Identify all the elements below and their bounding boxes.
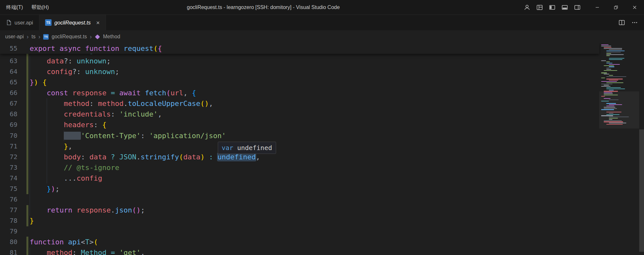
account-icon[interactable] [524, 4, 531, 11]
menu-terminal[interactable]: 终端(T) [2, 0, 27, 15]
toggle-sidebar-left-icon[interactable] [549, 4, 556, 11]
line-number: 75 [0, 184, 17, 194]
minimap-line [606, 52, 621, 52]
breadcrumb-folder[interactable]: user-api [5, 34, 24, 40]
code-token: ? [72, 68, 76, 76]
code-line-80[interactable]: 80function api<T>( [0, 237, 612, 247]
minimap-line [606, 79, 623, 79]
code-line-71[interactable]: 71 }, [0, 141, 612, 152]
code-line-63[interactable]: 63 data?: unknown; [0, 56, 612, 66]
minimap-line [609, 123, 626, 123]
code-token [106, 153, 111, 161]
line-text: }); [30, 184, 60, 194]
line-number: 68 [0, 109, 17, 119]
minimap-line [601, 84, 612, 84]
minimap-line [604, 91, 618, 91]
toggle-panel-icon[interactable] [561, 4, 568, 11]
line-text: ...config [30, 173, 102, 184]
minimize-button[interactable] [588, 0, 607, 15]
toggle-sidebar-right-icon[interactable] [574, 4, 581, 11]
minimap[interactable] [599, 43, 639, 255]
tab-user-api[interactable]: user.api [0, 15, 39, 30]
code-token: { [192, 89, 196, 97]
code-line-77[interactable]: 77 return response.json(); [0, 205, 612, 215]
breadcrumb-symbol[interactable]: Method [103, 34, 120, 40]
tab-label: gocliRequest.ts [54, 20, 91, 26]
code-line-68[interactable]: 68 credentials: 'include', [0, 109, 612, 119]
code-token: = [111, 249, 115, 255]
line-number: 71 [0, 141, 17, 152]
breadcrumb-folder[interactable]: ts [32, 34, 35, 40]
sticky-line-text: export async function request({ [30, 43, 162, 54]
minimap-line [606, 112, 621, 112]
minimap-content [599, 43, 639, 255]
tooltip-keyword: var [222, 143, 233, 152]
minimap-line [606, 114, 620, 115]
breadcrumb-file[interactable]: gocliRequest.ts [52, 34, 87, 40]
tab-bar-spacer [106, 15, 618, 30]
sticky-scroll-line[interactable]: 55 export async function request({ [0, 43, 599, 54]
code-token [30, 110, 64, 118]
minimap-line [609, 64, 620, 65]
code-token [106, 89, 111, 97]
vertical-scrollbar[interactable] [639, 129, 644, 252]
code-token [68, 89, 72, 97]
line-text: }, [30, 141, 72, 152]
tab-close-icon[interactable]: × [96, 20, 100, 26]
code-line-81[interactable]: 81 method: Method = 'get', [0, 247, 612, 255]
code-line-73[interactable]: 73 // @ts-ignore [0, 162, 612, 173]
minimap-line [606, 89, 625, 89]
code-line-78[interactable]: 78} [0, 215, 612, 226]
line-number: 80 [0, 237, 17, 247]
code-line-64[interactable]: 64 config?: unknown; [0, 66, 612, 77]
line-number: 63 [0, 56, 17, 66]
code-line-66[interactable]: 66 const response = await fetch(url, { [0, 88, 612, 98]
code-token: export [30, 44, 60, 52]
code-line-76[interactable]: 76 [0, 194, 612, 205]
code-token: : [81, 153, 90, 161]
code-token: return [47, 206, 72, 214]
chevron-right-icon: › [38, 33, 40, 40]
code-token: : [72, 249, 81, 255]
minimap-line [601, 86, 610, 87]
code-token: ) [34, 78, 38, 86]
minimap-line [601, 101, 609, 101]
code-token: function [30, 238, 64, 246]
minimap-line [601, 78, 605, 78]
more-actions-icon[interactable] [631, 19, 638, 26]
line-number: 72 [0, 152, 17, 162]
code-line-75[interactable]: 75 }); [0, 184, 612, 194]
menu-help[interactable]: 帮助(H) [27, 0, 53, 15]
code-token: ( [153, 44, 158, 52]
code-line-70[interactable]: 70 'Content-Type': 'application/json' [0, 130, 612, 141]
minimap-line [604, 65, 614, 66]
code-token: ; [55, 185, 59, 193]
minimap-line [604, 74, 609, 74]
code-token: stringify [140, 153, 179, 161]
code-line-67[interactable]: 67 method: method.toLocaleUpperCase(), [0, 98, 612, 109]
code-line-74[interactable]: 74 ...config [0, 173, 612, 184]
code-token: unknown [85, 68, 115, 76]
customize-layout-icon[interactable] [536, 4, 543, 11]
split-editor-icon[interactable] [618, 19, 625, 26]
code-token: method [64, 99, 89, 108]
minimap-line [604, 95, 618, 95]
title-bar: 终端(T) 帮助(H) gocliRequest.ts - learngozer… [0, 0, 644, 15]
chevron-right-icon: › [90, 33, 92, 40]
chevron-right-icon: › [27, 33, 29, 40]
code-line-65[interactable]: 65}) { [0, 77, 612, 88]
code-line-69[interactable]: 69 headers: { [0, 119, 612, 130]
tab-goclirequest[interactable]: TS gocliRequest.ts × [39, 15, 106, 30]
code-token: . [123, 99, 128, 108]
code-token [38, 78, 43, 86]
code-line-72[interactable]: 72 body: data ? JSON.stringify(data) : u… [0, 152, 612, 162]
code-token [30, 57, 47, 65]
minimap-line [609, 90, 614, 90]
code-token: , [140, 249, 145, 255]
code-line-79[interactable]: 79 [0, 226, 612, 237]
restore-button[interactable] [607, 0, 625, 15]
minimap-line [609, 117, 629, 117]
close-window-button[interactable] [625, 0, 644, 15]
breadcrumb: user-api › ts › TS gocliRequest.ts › Met… [0, 30, 644, 43]
code-editor[interactable]: 62 url: string;63 data?: unknown;64 conf… [0, 43, 644, 255]
